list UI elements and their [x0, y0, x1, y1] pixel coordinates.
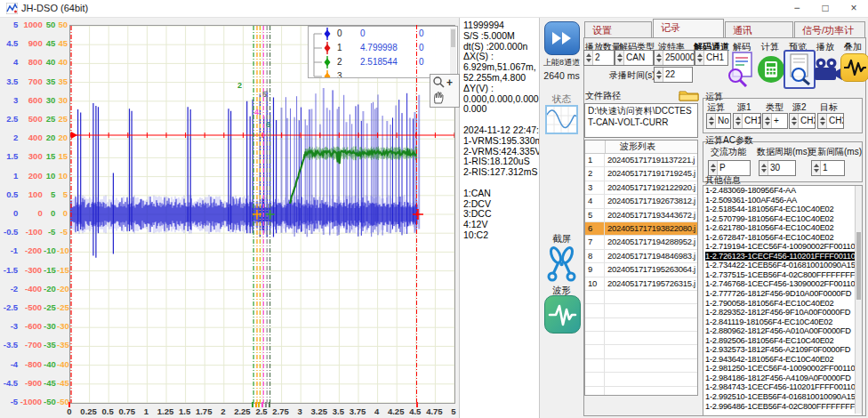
- ac-param-spinner[interactable]: 1: [811, 160, 845, 176]
- spinner-arrows[interactable]: [734, 114, 743, 128]
- table-row[interactable]: 92024051717195263064.j: [585, 263, 697, 277]
- zoom-in-tool[interactable]: +: [430, 75, 459, 90]
- table-row[interactable]: [585, 304, 697, 318]
- spin-up-icon[interactable]: [617, 53, 623, 57]
- tab-communication[interactable]: 通讯: [725, 21, 793, 37]
- decode-button[interactable]: [727, 52, 753, 89]
- legend-row[interactable]: 14.7999980: [309, 41, 457, 55]
- play-count-spinner[interactable]: 2: [583, 50, 615, 66]
- spin-up-icon[interactable]: [711, 164, 716, 167]
- list-item[interactable]: 1-2.483069-180956F4-AA: [703, 186, 862, 196]
- table-row[interactable]: [585, 332, 697, 345]
- list-item[interactable]: 1-2.509361-100AF456-AA: [703, 196, 862, 205]
- spinner-arrows[interactable]: [615, 51, 624, 65]
- list-item[interactable]: 1-2.746768-1CECF456-13090002FF001100: [703, 279, 862, 289]
- table-row[interactable]: 32024051717192122920.j: [585, 181, 697, 195]
- list-item[interactable]: 1-2.570799-181056F4-EC10C40E02: [703, 214, 862, 224]
- table-row[interactable]: 22024051717191719245.j: [585, 167, 697, 181]
- spinner-arrows[interactable]: [812, 161, 821, 175]
- spinner-arrows[interactable]: [763, 114, 772, 128]
- spin-down-icon[interactable]: [711, 169, 716, 173]
- minimize-button[interactable]: −: [783, 0, 811, 17]
- table-row[interactable]: [585, 373, 697, 386]
- table-row[interactable]: [585, 387, 697, 396]
- legend-row[interactable]: 000: [309, 27, 457, 41]
- ac-param-spinner[interactable]: 30: [759, 160, 796, 176]
- spinner-arrows[interactable]: [655, 51, 663, 65]
- list-item[interactable]: 1-2.981250-1CEC56F4-10090002FF001100: [703, 364, 862, 374]
- other-info-list[interactable]: 1-2.483069-180956F4-AA1-2.509361-100AF45…: [703, 185, 863, 416]
- baud-rate-spinner[interactable]: 250000: [654, 50, 695, 66]
- table-row[interactable]: [585, 359, 697, 373]
- plot-area[interactable]: 2546 00014.799998022.51854403: [69, 25, 455, 404]
- list-item[interactable]: 1-2.992510-1CEB56F4-016810010090A15A: [703, 392, 862, 402]
- legend-row[interactable]: 22.5185440: [309, 55, 457, 69]
- list-item[interactable]: 1-2.880962-1812F456-A010A00F0000FD: [703, 326, 862, 336]
- spin-up-icon[interactable]: [586, 53, 591, 57]
- maximize-button[interactable]: □: [811, 0, 840, 17]
- spin-down-icon[interactable]: [735, 122, 741, 125]
- decode-type-spinner[interactable]: CAN: [615, 50, 654, 66]
- list-item[interactable]: 1-2.672847-181056F4-EC10C40E02: [703, 233, 862, 243]
- spin-down-icon[interactable]: [792, 122, 797, 125]
- list-item[interactable]: 1-2.777726-1812F456-9D10A00F0000FD: [703, 289, 862, 299]
- spin-down-icon[interactable]: [765, 122, 770, 125]
- spin-up-icon[interactable]: [814, 164, 819, 167]
- spinner-arrows[interactable]: [790, 114, 799, 128]
- operation-spinner[interactable]: +: [762, 113, 788, 129]
- spin-up-icon[interactable]: [656, 70, 662, 74]
- spin-down-icon[interactable]: [761, 169, 767, 173]
- operation-spinner[interactable]: CH2: [789, 113, 816, 129]
- spinner-arrows[interactable]: [584, 51, 593, 65]
- list-item[interactable]: 1-2.932573-1812F456-A2109F0F0000FD: [703, 345, 862, 355]
- table-row[interactable]: 12024051717191137221.j: [585, 154, 697, 167]
- waveform-button[interactable]: [544, 295, 581, 334]
- table-row[interactable]: 82024051717194846983.j: [585, 250, 697, 263]
- spin-up-icon[interactable]: [761, 164, 767, 167]
- spinner-arrows[interactable]: [695, 51, 704, 65]
- tab-record[interactable]: 记录: [653, 19, 724, 37]
- spinner-arrows[interactable]: [760, 161, 768, 175]
- list-item[interactable]: 1-2.726123-1CECF456-110201FFFF001100: [703, 252, 862, 261]
- spin-up-icon[interactable]: [697, 53, 703, 57]
- spin-down-icon[interactable]: [709, 122, 714, 125]
- list-item[interactable]: 1-2.734422-1CEB56F4-016810010090A15A: [703, 261, 862, 270]
- tab-settings[interactable]: 设置: [584, 21, 652, 37]
- legend-scrollbar[interactable]: [450, 28, 456, 76]
- list-item[interactable]: 1-2.984743-1CECF456-110201FFFF001100: [703, 382, 862, 392]
- other-info-scrollbar[interactable]: [855, 186, 862, 414]
- table-row[interactable]: [585, 291, 697, 304]
- spin-down-icon[interactable]: [697, 59, 703, 62]
- spinner-arrows[interactable]: [818, 114, 827, 128]
- pan-tool[interactable]: [430, 90, 459, 105]
- spin-down-icon[interactable]: [656, 76, 662, 79]
- open-folder-button[interactable]: [679, 88, 700, 104]
- list-item[interactable]: 1-2.841119-181056F4-EC10C40E02: [703, 318, 862, 327]
- table-row[interactable]: 72024051717194288952.j: [585, 236, 697, 249]
- spin-up-icon[interactable]: [765, 117, 770, 120]
- fast-forward-button[interactable]: [544, 21, 580, 55]
- spin-down-icon[interactable]: [586, 59, 591, 62]
- decode-channel-spinner[interactable]: CH1: [695, 50, 728, 66]
- spin-down-icon[interactable]: [820, 122, 825, 125]
- channel-legend[interactable]: 00014.799998022.51854403: [308, 26, 458, 78]
- list-item[interactable]: 1-2.996486-1CEB56F4-02C800FFFFFFFFFF: [703, 402, 862, 412]
- table-row[interactable]: 52024051717193443672.j: [585, 209, 697, 222]
- spin-down-icon[interactable]: [814, 169, 819, 173]
- table-row[interactable]: 42024051717192673812.j: [585, 195, 697, 208]
- operation-spinner[interactable]: CH1: [733, 113, 761, 129]
- list-item[interactable]: 1-2.829352-1812F456-9F10A00F0000FD: [703, 308, 862, 318]
- tab-signal-power[interactable]: 信号/功率计: [794, 21, 865, 37]
- spin-down-icon[interactable]: [656, 59, 662, 62]
- zoom-pan-toolbox[interactable]: +: [430, 74, 460, 108]
- spin-up-icon[interactable]: [709, 117, 714, 120]
- waveform-list-table[interactable]: 波形列表 12024051717191137221.j2202405171719…: [584, 140, 698, 396]
- spin-down-icon[interactable]: [617, 59, 623, 62]
- spinner-arrows[interactable]: [707, 114, 716, 128]
- file-path-value[interactable]: D:\快速访问资料\DCCTEST-CAN-VOLT-CURR: [584, 103, 698, 138]
- list-item[interactable]: 1-2.621780-181056F4-EC10C40E02: [703, 223, 862, 233]
- calculate-button[interactable]: [757, 55, 785, 85]
- play-button[interactable]: [813, 58, 843, 84]
- spinner-arrows[interactable]: [655, 68, 663, 82]
- list-item[interactable]: 1-2.719194-1CEC56F4-10090002FF001100: [703, 242, 862, 252]
